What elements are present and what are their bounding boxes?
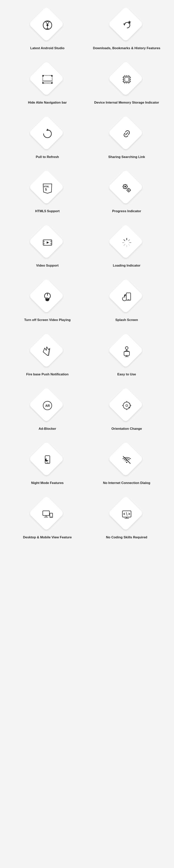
feature-ad-blocker: AR Ad-Blocker <box>8 384 87 439</box>
feature-label: Hide Able Navigation bar <box>28 100 67 105</box>
svg-rect-46 <box>128 188 129 189</box>
icon-wrapper <box>111 390 142 421</box>
svg-rect-37 <box>125 188 125 189</box>
feature-downloads-bookmarks: Downloads, Bookmarks & History Features <box>87 4 166 58</box>
feature-label: HTML5 Support <box>35 209 60 214</box>
easy-use-icon <box>120 344 133 358</box>
icon-wrapper <box>111 173 142 204</box>
svg-point-79 <box>126 405 128 407</box>
feature-label: Video Support <box>36 263 58 268</box>
feature-label: Device Internal Memory Storage Indicator <box>94 100 159 105</box>
svg-point-87 <box>126 462 127 463</box>
svg-line-31 <box>125 133 128 135</box>
svg-rect-39 <box>127 186 128 187</box>
feature-orientation: Orientation Change <box>87 384 166 439</box>
feature-pull-refresh: Pull to Refresh <box>8 113 87 167</box>
feature-html5: HTML 5 HTML5 Support <box>8 167 87 221</box>
feature-label: Pull to Refresh <box>36 155 59 159</box>
feature-label: Sharing Searching Link <box>108 155 145 159</box>
downloads-bookmarks-icon <box>120 18 133 32</box>
svg-text:AR: AR <box>45 404 50 407</box>
feature-screen-video: Turn off Screen Video Playing <box>8 276 87 330</box>
feature-memory-storage: Device Internal Memory Storage Indicator <box>87 58 166 113</box>
svg-rect-49 <box>130 190 131 191</box>
icon-wrapper <box>111 444 142 475</box>
progress-icon <box>120 181 133 195</box>
svg-rect-40 <box>123 184 124 186</box>
svg-line-97 <box>126 512 127 516</box>
svg-rect-13 <box>51 82 52 84</box>
svg-point-1 <box>46 24 48 26</box>
feature-night-mode: Night Mode Features <box>8 439 87 493</box>
android-studio-icon <box>41 18 54 32</box>
svg-line-64 <box>128 240 129 241</box>
feature-label: No Internet Connection Dialog <box>103 481 150 485</box>
svg-rect-17 <box>125 78 129 82</box>
ad-blocker-icon: AR <box>41 399 54 412</box>
feature-progress: Progress Indicator <box>87 167 166 221</box>
svg-point-70 <box>125 347 128 349</box>
svg-rect-36 <box>125 184 125 185</box>
splash-icon <box>120 290 133 304</box>
icon-wrapper <box>111 281 142 312</box>
pull-refresh-icon <box>41 127 54 141</box>
features-grid: Latest Android Studio Downloads, Bookmar… <box>0 0 174 551</box>
icon-wrapper: HTML 5 <box>32 173 63 204</box>
svg-marker-57 <box>47 241 49 244</box>
sharing-link-icon <box>120 127 133 141</box>
svg-rect-52 <box>50 240 52 245</box>
icon-wrapper <box>111 336 142 367</box>
feature-label: Fire base Push Notification <box>26 372 69 377</box>
svg-rect-38 <box>123 186 124 187</box>
svg-rect-43 <box>126 184 127 186</box>
no-coding-icon <box>120 507 133 521</box>
feature-desktop-mobile: Desktop & Mobile View Feature <box>8 493 87 548</box>
feature-label: Splash Screen <box>115 318 138 322</box>
svg-rect-42 <box>123 188 124 189</box>
icon-wrapper <box>111 10 142 40</box>
svg-rect-12 <box>42 82 44 84</box>
feature-label: Loading Indicator <box>113 263 141 268</box>
icon-wrapper <box>32 281 63 312</box>
icon-wrapper <box>32 499 63 530</box>
icon-wrapper <box>111 227 142 258</box>
html5-icon: HTML 5 <box>41 181 54 195</box>
feature-navigation-bar: Hide Able Navigation bar <box>8 58 87 113</box>
svg-line-65 <box>124 244 125 245</box>
screen-video-icon <box>41 290 54 304</box>
desktop-mobile-icon <box>41 507 54 521</box>
night-mode-icon <box>41 453 54 467</box>
svg-rect-11 <box>51 75 52 76</box>
feature-label: Night Mode Features <box>31 481 64 485</box>
icon-wrapper <box>111 64 142 95</box>
svg-rect-10 <box>42 75 44 76</box>
navigation-bar-icon <box>41 73 54 86</box>
svg-point-45 <box>128 190 129 191</box>
icon-wrapper <box>32 336 63 367</box>
svg-rect-71 <box>124 352 129 355</box>
video-icon <box>41 236 54 249</box>
feature-label: Latest Android Studio <box>30 46 65 51</box>
firebase-icon <box>41 344 54 358</box>
feature-label: Orientation Change <box>111 427 142 431</box>
svg-rect-48 <box>126 190 127 191</box>
svg-line-62 <box>124 240 125 241</box>
feature-label: No Coding Skills Required <box>106 535 147 540</box>
svg-rect-41 <box>126 188 127 189</box>
icon-wrapper <box>32 64 63 95</box>
memory-storage-icon <box>120 73 133 86</box>
feature-easy-use: Easy to Use <box>87 330 166 384</box>
feature-sharing-link: Sharing Searching Link <box>87 113 166 167</box>
feature-label: Downloads, Bookmarks & History Features <box>93 46 160 51</box>
feature-label: Easy to Use <box>117 372 136 377</box>
svg-text:5: 5 <box>45 188 47 191</box>
feature-latest-android-studio: Latest Android Studio <box>8 4 87 58</box>
svg-line-2 <box>45 22 47 24</box>
feature-splash: Splash Screen <box>87 276 166 330</box>
icon-wrapper <box>32 118 63 149</box>
feature-firebase: Fire base Push Notification <box>8 330 87 384</box>
svg-line-63 <box>128 244 129 245</box>
svg-line-3 <box>47 22 49 24</box>
orientation-icon <box>120 399 133 412</box>
svg-rect-47 <box>128 191 129 192</box>
